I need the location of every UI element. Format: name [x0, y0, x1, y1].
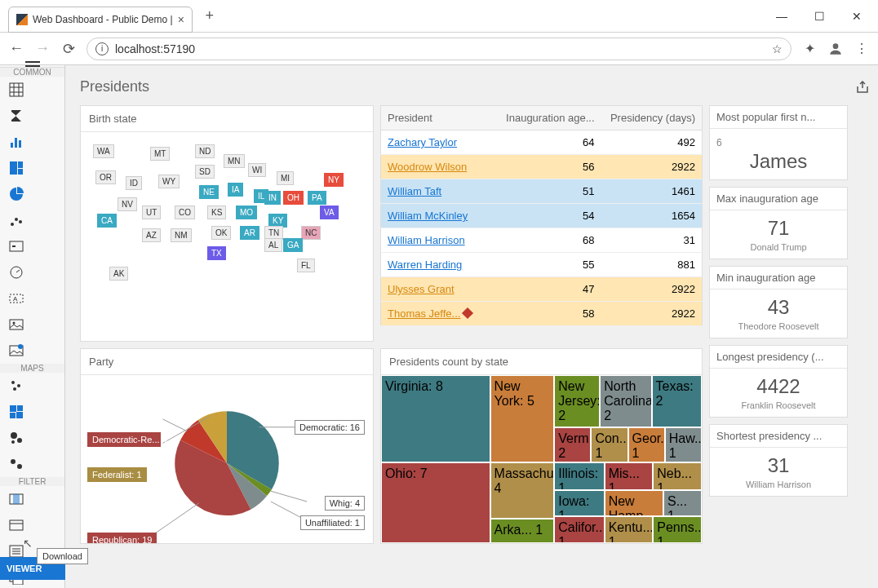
pie-map-icon[interactable] — [0, 451, 33, 477]
table-row[interactable]: Woodrow Wilson562922 — [381, 155, 703, 179]
page-title: Presidents — [80, 78, 149, 95]
president-link[interactable]: Zachary Taylor — [388, 136, 457, 148]
col-age[interactable]: Inauguration age... — [495, 106, 601, 130]
kpi-card[interactable]: Most popular first n...6James — [709, 105, 848, 180]
president-link[interactable]: Thomas Jeffe... — [388, 307, 460, 320]
president-link[interactable]: Warren Harding — [388, 259, 462, 271]
president-link[interactable]: William Harrison — [388, 234, 465, 246]
bound-image-icon[interactable] — [0, 338, 33, 364]
party-pie-card[interactable]: Party Democra — [80, 348, 374, 544]
birth-state-map-card[interactable]: Birth state WAMTNDMN ORIDSDWIMINY WYNEIA… — [80, 105, 374, 342]
col-days[interactable]: Presidency (days) — [601, 106, 703, 130]
president-link[interactable]: Woodrow Wilson — [388, 161, 467, 173]
textbox-icon[interactable]: A — [0, 285, 33, 312]
profile-icon[interactable] — [827, 41, 844, 57]
table-row[interactable]: Ulysses Grant472922 — [381, 277, 703, 302]
bubble-map-icon[interactable] — [0, 425, 33, 451]
treemap-cell[interactable]: Penns... 1 — [653, 516, 702, 543]
col-president[interactable]: President — [381, 106, 495, 130]
treemap-cell[interactable]: Ohio: 7 — [381, 462, 490, 543]
date-filter-icon[interactable] — [0, 512, 33, 538]
kpi-card[interactable]: Shortest presidency ...31William Harriso… — [709, 424, 848, 497]
president-link[interactable]: William Taft — [388, 185, 441, 197]
maximize-button[interactable]: ☐ — [801, 3, 837, 29]
table-row[interactable]: Thomas Jeffe...582922 — [381, 302, 703, 326]
card-title: Birth state — [81, 106, 373, 132]
treemap-cell[interactable]: New York: 5 — [490, 375, 555, 462]
svg-point-10 — [19, 220, 22, 223]
state-oh[interactable]: OH — [283, 191, 304, 205]
treemap-cell[interactable]: New Jersey: 2 — [554, 375, 600, 427]
menu-icon[interactable]: ⋮ — [854, 41, 870, 57]
table-row[interactable]: William Taft511461 — [381, 179, 703, 204]
minimize-button[interactable]: — — [764, 3, 800, 29]
treemap-cell[interactable]: Virginia: 8 — [381, 375, 490, 462]
president-link[interactable]: William McKinley — [388, 210, 468, 222]
president-link[interactable]: Ulysses Grant — [388, 283, 455, 295]
kpi-card[interactable]: Min inauguration age43Theodore Roosevelt — [709, 266, 848, 338]
close-window-button[interactable]: ✕ — [839, 3, 875, 29]
export-icon[interactable] — [855, 80, 870, 95]
treemap-cell[interactable]: Con... 1 — [591, 427, 627, 462]
treemap[interactable]: Virginia: 8 New York: 5 New Jersey: 2 No… — [381, 375, 702, 543]
grid-tool-icon[interactable] — [0, 77, 33, 103]
star-icon[interactable]: ☆ — [772, 42, 783, 55]
back-button[interactable]: ← — [8, 41, 24, 57]
presidents-table-card: President Inauguration age... Presidency… — [380, 105, 703, 342]
table-row[interactable]: William Harrison6831 — [381, 228, 703, 253]
treemap-cell[interactable]: Neb... 1 — [653, 462, 702, 490]
treemap-cell[interactable]: North Carolina: 2 — [600, 375, 651, 427]
treemap-cell[interactable]: Massachus... 4 — [490, 462, 555, 519]
reload-button[interactable]: ⟳ — [60, 41, 77, 57]
treemap-cell[interactable]: Arka... 1 — [490, 519, 555, 543]
treemap-icon[interactable] — [0, 155, 33, 181]
treemap-cell[interactable]: Verm... 2 — [554, 427, 591, 462]
treemap-cell[interactable]: Kentu... 1 — [605, 516, 654, 543]
card-icon[interactable] — [0, 233, 33, 259]
treemap-cell[interactable]: Illinois: 1 — [554, 462, 604, 490]
treemap-cell[interactable]: Mis... 1 — [605, 462, 654, 490]
svg-rect-15 — [10, 320, 23, 329]
bar-chart-icon[interactable] — [0, 129, 33, 155]
kpi-value: 43 — [716, 296, 840, 319]
table-row[interactable]: Zachary Taylor64492 — [381, 130, 703, 155]
scatter-icon[interactable] — [0, 207, 33, 233]
sidebar-section-common: COMMON — [0, 68, 64, 77]
pie-label-unaffiliated: Unaffiliated: 1 — [300, 515, 365, 530]
table-row[interactable]: Warren Harding55881 — [381, 253, 703, 277]
pie-chart-icon[interactable] — [0, 181, 33, 207]
pie-chart[interactable]: Democratic: 16 Whig: 4 Unaffiliated: 1 D… — [81, 375, 373, 543]
treemap-cell[interactable]: S... 1 — [663, 490, 702, 517]
sidebar-section-maps: MAPS — [0, 364, 64, 373]
treemap-cell[interactable]: Geor... 1 — [628, 427, 665, 462]
svg-rect-32 — [13, 494, 20, 504]
treemap-cell[interactable]: Texas: 2 — [652, 375, 702, 427]
gauge-icon[interactable] — [0, 259, 33, 285]
image-icon[interactable] — [0, 312, 33, 338]
sigma-tool-icon[interactable] — [0, 103, 33, 129]
treemap-cell[interactable]: Iowa: 1 — [554, 490, 604, 517]
svg-point-28 — [11, 440, 15, 444]
site-info-icon[interactable]: i — [95, 42, 109, 55]
close-tab-icon[interactable]: × — [178, 13, 184, 26]
kpi-card[interactable]: Longest presidency (...4422Franklin Roos… — [709, 345, 848, 418]
choropleth-map[interactable]: WAMTNDMN ORIDSDWIMINY WYNEIAILINOHPA NVU… — [81, 132, 373, 341]
treemap-cell[interactable]: Califor... 1 — [554, 516, 604, 543]
url-text: localhost:57190 — [115, 42, 195, 55]
table-row[interactable]: William McKinley541654 — [381, 204, 703, 228]
url-input[interactable]: i localhost:57190 ☆ — [86, 38, 792, 60]
range-filter-icon[interactable] — [0, 486, 33, 512]
choropleth-icon[interactable] — [0, 399, 33, 425]
browser-tab[interactable]: Web Dashboard - Public Demo | × — [8, 7, 193, 33]
treemap-cell[interactable]: New Hamp... 1 — [605, 490, 663, 517]
state-treemap-card[interactable]: Presidents count by state Virginia: 8 Ne… — [380, 348, 703, 544]
forward-button[interactable]: → — [34, 41, 51, 57]
treemap-cell[interactable]: Haw... 1 — [665, 427, 702, 462]
state-va[interactable]: VA — [320, 206, 339, 219]
svg-rect-7 — [18, 169, 23, 175]
kpi-value: 4422 — [716, 375, 840, 398]
kpi-card[interactable]: Max inauguration age71Donald Trump — [709, 187, 848, 259]
geopoint-icon[interactable] — [0, 373, 33, 399]
new-tab-button[interactable]: + — [199, 6, 220, 27]
extensions-icon[interactable]: ✦ — [801, 41, 818, 57]
